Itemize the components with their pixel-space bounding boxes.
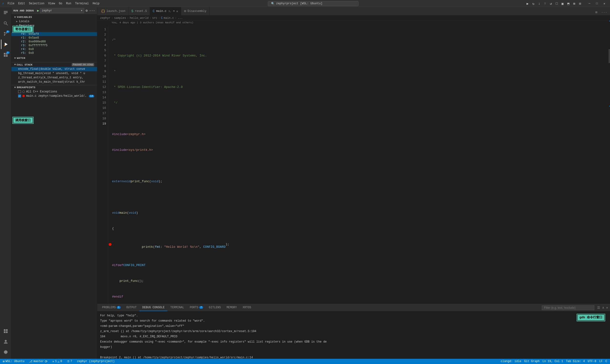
gear-icon[interactable]: ⚙ [86,9,88,13]
panel-tab-output[interactable]: OUTPUT [123,304,139,311]
status-language-server[interactable]: clangd: idle [500,360,522,363]
variables-header[interactable]: ▼ VARIABLES [12,15,97,19]
activity-account[interactable] [1,337,11,346]
callstack-item-2[interactable]: z_thread_entry(k_thread_entry_t entry, [12,76,97,80]
scrollbar[interactable] [607,21,610,304]
status-git-graph[interactable]: Git Graph [523,360,541,363]
status-project[interactable]: zephyr (zephyrproject) [76,360,116,363]
register-r3[interactable]: r3: 0xffffffff5 [12,44,97,47]
panel-filter-input[interactable] [542,305,594,310]
tab-disassembly[interactable]: ⊟ Disassembly [181,7,210,15]
maximize-button[interactable]: □ [593,1,601,6]
activity-search[interactable] [1,19,11,28]
breadcrumb-src[interactable]: src [152,16,157,20]
svg-rect-13 [6,55,8,57]
debug-config-select[interactable]: zephyr ▾ [40,8,84,13]
panel-content[interactable]: For help, type "help". Type "apropos wor… [97,311,610,359]
activity-settings[interactable] [1,347,11,357]
register-r1[interactable]: r1: 0x5ae8 [12,36,97,40]
breadcrumb-hello-world[interactable]: hello_world [130,16,148,20]
layout-icon[interactable]: ⊞ [572,1,576,6]
status-git-branch[interactable]: ⎇ master ⟳ [28,360,48,364]
panel-tab-ports[interactable]: PORTS 7 [187,304,206,311]
bp-checkbox-mainc[interactable]: ✓ [18,95,21,97]
activity-extensions[interactable]: 1 [1,50,11,60]
menu-help[interactable]: Help [91,1,101,6]
menu-terminal[interactable]: Terminal [74,1,90,6]
title-search-box[interactable]: 🔍 zephyrproject [WSL: Ubuntu] [268,1,358,6]
status-line-ending[interactable]: LF [598,360,603,363]
more-options-icon[interactable]: ··· [89,9,95,13]
breakpoint-mainc[interactable]: ✓ main.c zephyr/samples/hello_world/src … [12,94,97,98]
panel-toggle-icon[interactable]: ⬒ [566,1,570,6]
run-debug-play-icon: ▶ [37,9,39,13]
callstack-item-1[interactable]: bg_thread_main(void * unused1, void * u [12,71,97,76]
breadcrumb-samples[interactable]: samples [114,16,126,20]
status-errors[interactable]: ✕ 1 △ 0 [52,360,63,363]
callstack-item-0[interactable]: encode_float(double value, struct conve [12,67,97,71]
refresh-icon[interactable]: ↻ [531,1,535,6]
activity-remote[interactable] [1,326,11,336]
panel-tab-terminal[interactable]: TERMINAL [167,304,187,311]
status-ports[interactable]: ⑦ 7 [66,360,73,363]
download-icon[interactable]: ↓ [537,1,541,6]
register-r5[interactable]: r5: 0x0 [12,51,97,55]
tab-main-c[interactable]: C main.c 1, M ✕ [150,7,181,15]
minimize-button[interactable]: ─ [586,1,593,6]
panel-tab-debug-console[interactable]: DEBUG CONSOLE [139,304,168,311]
panel-list-icon[interactable]: ☰ [597,306,600,310]
console-line-4: 104 movs.n r0, #_EXC_IRQ_DEFAULT_PRIO [100,334,607,339]
panel-area: PROBLEMS 1 OUTPUT DEBUG CONSOLE TERMINAL… [97,304,610,359]
breadcrumb-main-c[interactable]: main.c [163,16,174,20]
status-position[interactable]: Ln 19, Col 1 [542,360,564,363]
activity-explorer[interactable] [1,8,11,18]
code-content[interactable]: /* * Copyright (c) 2012-2014 Wind River … [108,25,610,304]
close-button[interactable]: ✕ [601,1,608,6]
upload-icon[interactable]: ↑ [543,1,547,6]
panel-tab-gitlens[interactable]: GITLENS [206,304,224,311]
panel-tab-xrtos[interactable]: XRTOS [240,304,254,311]
register-r2[interactable]: r2: 0xe000ed00 [12,40,97,44]
breadcrumb-zephyr[interactable]: zephyr [100,16,110,20]
registers-item[interactable]: ▼ Registers [12,24,97,28]
cpu-item[interactable]: ▼ CPU [12,28,97,32]
menu-run[interactable]: Run [65,1,73,6]
sidebar-toggle-icon[interactable]: ▣ [561,1,564,6]
loop-icon[interactable]: ↺ [549,1,553,6]
tab-reset-s[interactable]: S reset.S [129,7,150,15]
call-stack-header[interactable]: ▼ CALL STACK Paused on step [12,62,97,67]
status-encoding[interactable]: UTF-8 [587,360,597,363]
stop-icon[interactable]: □ [555,1,558,6]
more-tabs-icon[interactable]: ··· [600,10,608,15]
breakpoint-cpp-exceptions[interactable]: All C++ Exceptions [12,90,97,94]
split-editor-icon[interactable]: ⊞ [594,9,598,15]
menu-go[interactable]: Go [57,1,64,6]
watch-header[interactable]: ▼ WATCH [12,56,97,60]
code-editor[interactable]: You, 4 days ago | 3 authors (Anas Nashif… [97,21,610,304]
panel-tab-memory[interactable]: MEMORY [224,304,240,311]
locals-item[interactable]: ▶ Locals [12,19,97,24]
panel-chevron-up-icon[interactable]: ∧ [602,306,604,310]
activity-run-debug[interactable] [1,39,11,49]
console-line-8: Breakpoint 2, main () at /home/tzy/zephy… [100,355,607,359]
breadcrumb-more[interactable]: ... [178,16,183,20]
menu-edit[interactable]: Edit [17,1,27,6]
menu-file[interactable]: File [6,1,16,6]
breakpoints-header[interactable]: ▼ BREAKPOINTS [12,85,97,90]
status-language[interactable]: C [605,360,608,363]
register-r4[interactable]: r4: 0x0 [12,47,97,51]
menu-view[interactable]: View [47,1,56,6]
panel-close-icon[interactable]: ✕ [606,306,608,310]
status-remote[interactable]: ⊞ WSL: Ubuntu [2,360,25,363]
callstack-item-3[interactable]: arch_switch_to_main_thread(struct k_thr [12,80,97,84]
run-icon[interactable]: ▶ [526,1,530,6]
menu-selection[interactable]: Selection [27,1,46,6]
bp-checkbox-cpp[interactable] [18,90,21,93]
activity-source-control[interactable]: 6 [1,29,11,39]
status-tab-size[interactable]: Tab Size: 4 [565,360,586,363]
panel-tab-problems[interactable]: PROBLEMS 1 [99,304,123,311]
register-r0[interactable]: r0: 0x5af8 [12,32,97,36]
more-icon[interactable]: ⊟ [578,1,582,6]
tab-launch-json[interactable]: {} launch.json [98,7,129,15]
tab-close-main[interactable]: ✕ [176,9,178,13]
